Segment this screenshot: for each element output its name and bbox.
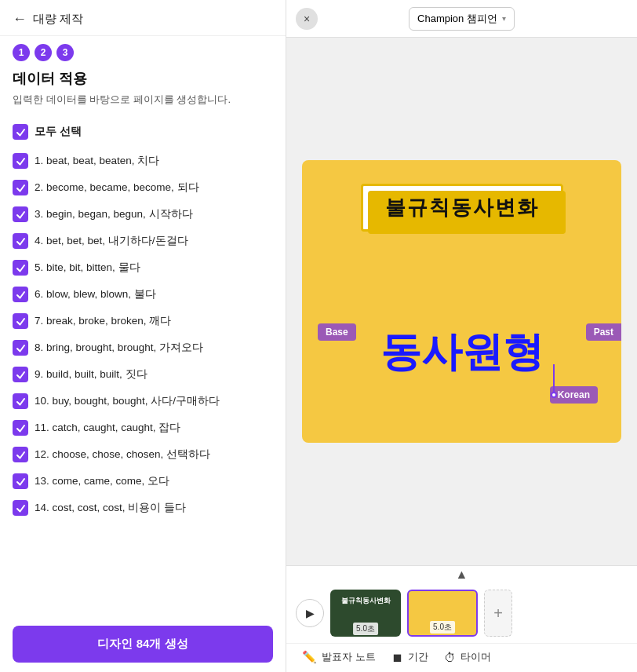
list-item[interactable]: 4. bet, bet, bet, 내기하다/돈걸다 bbox=[13, 228, 273, 254]
list-item[interactable]: 3. begin, began, begun, 시작하다 bbox=[13, 201, 273, 228]
list-item[interactable]: 11. catch, caught, caught, 잡다 bbox=[13, 415, 273, 441]
left-header-title: 대량 제작 bbox=[33, 12, 83, 27]
list-item[interactable]: 13. come, came, come, 오다 bbox=[13, 468, 273, 495]
timer-icon: ⏱ bbox=[444, 651, 456, 664]
slide-main-text: 동사원형 bbox=[380, 325, 544, 380]
item-checkbox-2[interactable] bbox=[13, 180, 28, 195]
thumbnail-2[interactable]: 5.0초 bbox=[407, 590, 478, 637]
chevron-down-icon: ▾ bbox=[502, 14, 506, 23]
item-checkbox-3[interactable] bbox=[13, 206, 28, 222]
left-header: ← 대량 제작 bbox=[0, 0, 286, 36]
slide-tag-past: Past bbox=[586, 323, 621, 341]
right-panel: × Champion 챔피언 ▾ 불규칙동사변화 동사원형 Base Past … bbox=[286, 0, 637, 672]
slide-preview: 불규칙동사변화 동사원형 Base Past Korean bbox=[302, 160, 621, 443]
thumbnail-1-content: 불규칙동사변화 bbox=[330, 590, 401, 606]
item-checkbox-9[interactable] bbox=[13, 367, 28, 382]
list-item[interactable]: 5. bite, bit, bitten, 물다 bbox=[13, 254, 273, 281]
nav-caret-icon: ▲ bbox=[286, 566, 637, 583]
items-list: 모두 선택 1. beat, beat, beaten, 치다 2. becom… bbox=[0, 115, 286, 616]
item-checkbox-10[interactable] bbox=[13, 393, 28, 409]
left-panel: ← 대량 제작 1 2 3 데이터 적용 입력한 데이터를 바탕으로 페이지를 … bbox=[0, 0, 286, 672]
thumbnail-1[interactable]: 불규칙동사변화 5.0초 bbox=[330, 590, 401, 637]
actions-row: ✏️ 발표자 노트 ⏹ 기간 ⏱ 타이머 bbox=[286, 643, 637, 672]
font-selector-label: Champion 챔피언 bbox=[417, 12, 497, 26]
notes-label: 발표자 노트 bbox=[322, 650, 376, 664]
slide-canvas: 불규칙동사변화 동사원형 Base Past Korean bbox=[286, 38, 637, 565]
timer-button[interactable]: ⏱ 타이머 bbox=[444, 650, 491, 664]
list-item[interactable]: 6. blow, blew, blown, 불다 bbox=[13, 281, 273, 308]
thumbnail-1-label: 5.0초 bbox=[353, 623, 378, 635]
item-checkbox-1[interactable] bbox=[13, 153, 28, 169]
item-checkbox-6[interactable] bbox=[13, 287, 28, 302]
step-2[interactable]: 2 bbox=[35, 44, 52, 61]
slide-tag-base: Base bbox=[318, 323, 356, 341]
list-item[interactable]: 14. cost, cost, cost, 비용이 들다 bbox=[13, 495, 273, 521]
list-item[interactable]: 10. buy, bought, bought, 사다/구매하다 bbox=[13, 388, 273, 415]
duration-button[interactable]: ⏹ 기간 bbox=[391, 650, 428, 664]
play-button[interactable]: ▶ bbox=[296, 599, 324, 627]
timer-label: 타이머 bbox=[460, 650, 491, 664]
item-checkbox-7[interactable] bbox=[13, 313, 28, 329]
slide-title: 불규칙동사변화 bbox=[361, 184, 563, 232]
list-item[interactable]: 1. beat, beat, beaten, 치다 bbox=[13, 148, 273, 174]
font-selector[interactable]: Champion 챔피언 ▾ bbox=[409, 7, 515, 31]
list-item[interactable]: 8. bring, brought, brought, 가져오다 bbox=[13, 334, 273, 361]
list-item[interactable]: 12. choose, chose, chosen, 선택하다 bbox=[13, 441, 273, 468]
step-3[interactable]: 3 bbox=[56, 44, 74, 61]
add-slide-button[interactable]: + bbox=[484, 590, 512, 637]
section-title: 데이터 적용 bbox=[0, 64, 286, 91]
slide-connector-dot bbox=[551, 392, 557, 398]
bottom-toolbar: ▲ ▶ 불규칙동사변화 5.0초 5.0초 + ✏️ 발표자 노트 ⏹ 기간 ⏱ bbox=[286, 565, 637, 672]
notes-icon: ✏️ bbox=[302, 650, 317, 664]
step-1[interactable]: 1 bbox=[13, 44, 30, 61]
item-checkbox-11[interactable] bbox=[13, 420, 28, 436]
thumbnail-2-label: 5.0초 bbox=[430, 621, 455, 634]
list-item[interactable]: 9. build, built, built, 짓다 bbox=[13, 361, 273, 388]
list-item[interactable]: 2. become, became, become, 되다 bbox=[13, 174, 273, 201]
step-indicators: 1 2 3 bbox=[0, 36, 286, 64]
duration-label: 기간 bbox=[408, 650, 428, 664]
duration-icon: ⏹ bbox=[391, 651, 403, 664]
slide-connector-line bbox=[553, 364, 555, 396]
item-checkbox-14[interactable] bbox=[13, 500, 28, 516]
list-item[interactable]: 7. break, broke, broken, 깨다 bbox=[13, 308, 273, 334]
select-all-checkbox[interactable] bbox=[13, 124, 28, 140]
item-checkbox-8[interactable] bbox=[13, 340, 28, 356]
thumbnails-row: ▶ 불규칙동사변화 5.0초 5.0초 + bbox=[286, 583, 637, 643]
item-checkbox-5[interactable] bbox=[13, 260, 28, 276]
section-desc: 입력한 데이터를 바탕으로 페이지를 생성합니다. bbox=[0, 91, 286, 115]
right-header: × Champion 챔피언 ▾ bbox=[286, 0, 637, 38]
select-all-row[interactable]: 모두 선택 bbox=[13, 118, 273, 148]
item-checkbox-4[interactable] bbox=[13, 233, 28, 249]
presenter-notes-button[interactable]: ✏️ 발표자 노트 bbox=[302, 650, 376, 664]
item-checkbox-13[interactable] bbox=[13, 473, 28, 489]
generate-button[interactable]: 디자인 84개 생성 bbox=[13, 626, 273, 663]
back-icon[interactable]: ← bbox=[13, 11, 27, 27]
close-button[interactable]: × bbox=[296, 8, 318, 30]
item-checkbox-12[interactable] bbox=[13, 447, 28, 462]
